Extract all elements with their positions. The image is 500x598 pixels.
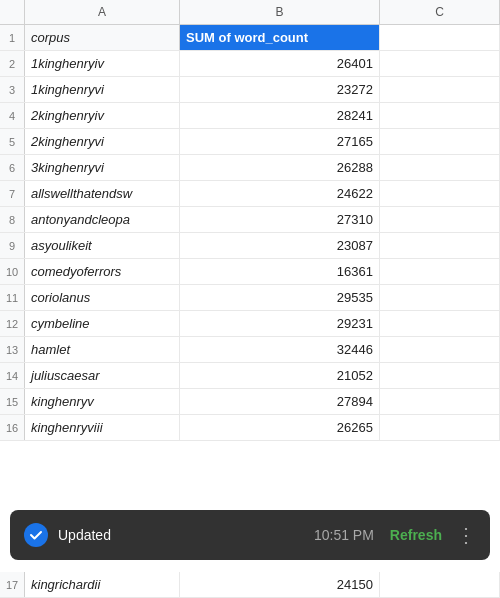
corpus-cell[interactable]: kinghenryviii bbox=[25, 415, 180, 440]
spreadsheet: A B C 1 corpus SUM of word_count 21kingh… bbox=[0, 0, 500, 598]
table-row: 15kinghenryv27894 bbox=[0, 389, 500, 415]
row-number: 7 bbox=[0, 181, 25, 206]
more-options-icon[interactable]: ⋮ bbox=[456, 523, 476, 547]
value-cell[interactable]: 27165 bbox=[180, 129, 380, 154]
empty-cell bbox=[380, 181, 500, 206]
corpus-cell[interactable]: hamlet bbox=[25, 337, 180, 362]
value-cell[interactable]: 27894 bbox=[180, 389, 380, 414]
value-cell[interactable]: 28241 bbox=[180, 103, 380, 128]
header-cell-sum[interactable]: SUM of word_count bbox=[180, 25, 380, 50]
partial-value-cell[interactable]: 24150 bbox=[180, 572, 380, 597]
value-cell[interactable]: 21052 bbox=[180, 363, 380, 388]
partial-corpus-cell[interactable]: kingrichardii bbox=[25, 572, 180, 597]
row-number: 8 bbox=[0, 207, 25, 232]
snackbar-status: Updated bbox=[58, 527, 306, 543]
snackbar-check-icon bbox=[24, 523, 48, 547]
value-cell[interactable]: 23087 bbox=[180, 233, 380, 258]
table-row: 31kinghenryvi23272 bbox=[0, 77, 500, 103]
corpus-cell[interactable]: antonyandcleopa bbox=[25, 207, 180, 232]
col-header-b: B bbox=[180, 0, 380, 24]
corpus-cell[interactable]: 2kinghenryvi bbox=[25, 129, 180, 154]
table-row: 63kinghenryvi26288 bbox=[0, 155, 500, 181]
empty-cell bbox=[380, 51, 500, 76]
corpus-cell[interactable]: comedyoferrors bbox=[25, 259, 180, 284]
table-row: 9asyoulikeit23087 bbox=[0, 233, 500, 259]
row-number: 2 bbox=[0, 51, 25, 76]
table-row: 16kinghenryviii26265 bbox=[0, 415, 500, 441]
table-row: 42kinghenryiv28241 bbox=[0, 103, 500, 129]
value-cell[interactable]: 26265 bbox=[180, 415, 380, 440]
corpus-cell[interactable]: allswellthatendsw bbox=[25, 181, 180, 206]
empty-cell bbox=[380, 233, 500, 258]
corpus-cell[interactable]: 1kinghenryvi bbox=[25, 77, 180, 102]
row-number: 16 bbox=[0, 415, 25, 440]
header-cell-c bbox=[380, 25, 500, 50]
empty-cell bbox=[380, 77, 500, 102]
table-row: 10comedyoferrors16361 bbox=[0, 259, 500, 285]
header-cell-corpus[interactable]: corpus bbox=[25, 25, 180, 50]
table-row: 11coriolanus29535 bbox=[0, 285, 500, 311]
empty-cell bbox=[380, 311, 500, 336]
row-number: 15 bbox=[0, 389, 25, 414]
empty-cell bbox=[380, 103, 500, 128]
empty-cell bbox=[380, 259, 500, 284]
table-row: 8antonyandcleopa27310 bbox=[0, 207, 500, 233]
pivot-header-row: 1 corpus SUM of word_count bbox=[0, 25, 500, 51]
row-number: 5 bbox=[0, 129, 25, 154]
snackbar: Updated 10:51 PM Refresh ⋮ bbox=[10, 510, 490, 560]
row-number: 12 bbox=[0, 311, 25, 336]
row-number: 4 bbox=[0, 103, 25, 128]
value-cell[interactable]: 26401 bbox=[180, 51, 380, 76]
col-header-a: A bbox=[25, 0, 180, 24]
value-cell[interactable]: 24622 bbox=[180, 181, 380, 206]
snackbar-time: 10:51 PM bbox=[314, 527, 374, 543]
row-number: 10 bbox=[0, 259, 25, 284]
empty-cell bbox=[380, 155, 500, 180]
corpus-cell[interactable]: asyoulikeit bbox=[25, 233, 180, 258]
row-number: 3 bbox=[0, 77, 25, 102]
empty-cell bbox=[380, 415, 500, 440]
row-number: 11 bbox=[0, 285, 25, 310]
corpus-cell[interactable]: juliuscaesar bbox=[25, 363, 180, 388]
value-cell[interactable]: 26288 bbox=[180, 155, 380, 180]
value-cell[interactable]: 32446 bbox=[180, 337, 380, 362]
row-number: 17 bbox=[0, 572, 25, 597]
corpus-cell[interactable]: kinghenryv bbox=[25, 389, 180, 414]
refresh-button[interactable]: Refresh bbox=[390, 527, 442, 543]
value-cell[interactable]: 23272 bbox=[180, 77, 380, 102]
empty-cell bbox=[380, 389, 500, 414]
empty-cell bbox=[380, 363, 500, 388]
partial-c-cell bbox=[380, 572, 500, 597]
empty-cell bbox=[380, 337, 500, 362]
empty-cell bbox=[380, 129, 500, 154]
corpus-cell[interactable]: cymbeline bbox=[25, 311, 180, 336]
corpus-cell[interactable]: 3kinghenryvi bbox=[25, 155, 180, 180]
value-cell[interactable]: 27310 bbox=[180, 207, 380, 232]
table-row: 14juliuscaesar21052 bbox=[0, 363, 500, 389]
corpus-cell[interactable]: 2kinghenryiv bbox=[25, 103, 180, 128]
row-number: 6 bbox=[0, 155, 25, 180]
col-header-c: C bbox=[380, 0, 500, 24]
corpus-cell[interactable]: 1kinghenryiv bbox=[25, 51, 180, 76]
value-cell[interactable]: 29231 bbox=[180, 311, 380, 336]
table-row: 7allswellthatendsw24622 bbox=[0, 181, 500, 207]
row-number: 1 bbox=[0, 25, 25, 50]
row-number: 9 bbox=[0, 233, 25, 258]
partial-last-row: 17 kingrichardii 24150 bbox=[0, 572, 500, 598]
table-row: 21kinghenryiv26401 bbox=[0, 51, 500, 77]
value-cell[interactable]: 29535 bbox=[180, 285, 380, 310]
corpus-cell[interactable]: coriolanus bbox=[25, 285, 180, 310]
table-row: 13hamlet32446 bbox=[0, 337, 500, 363]
table-row: 52kinghenryvi27165 bbox=[0, 129, 500, 155]
row-number-header bbox=[0, 0, 25, 24]
column-headers: A B C bbox=[0, 0, 500, 25]
empty-cell bbox=[380, 207, 500, 232]
table-row: 12cymbeline29231 bbox=[0, 311, 500, 337]
empty-cell bbox=[380, 285, 500, 310]
value-cell[interactable]: 16361 bbox=[180, 259, 380, 284]
row-number: 14 bbox=[0, 363, 25, 388]
data-rows: 21kinghenryiv2640131kinghenryvi2327242ki… bbox=[0, 51, 500, 441]
row-number: 13 bbox=[0, 337, 25, 362]
